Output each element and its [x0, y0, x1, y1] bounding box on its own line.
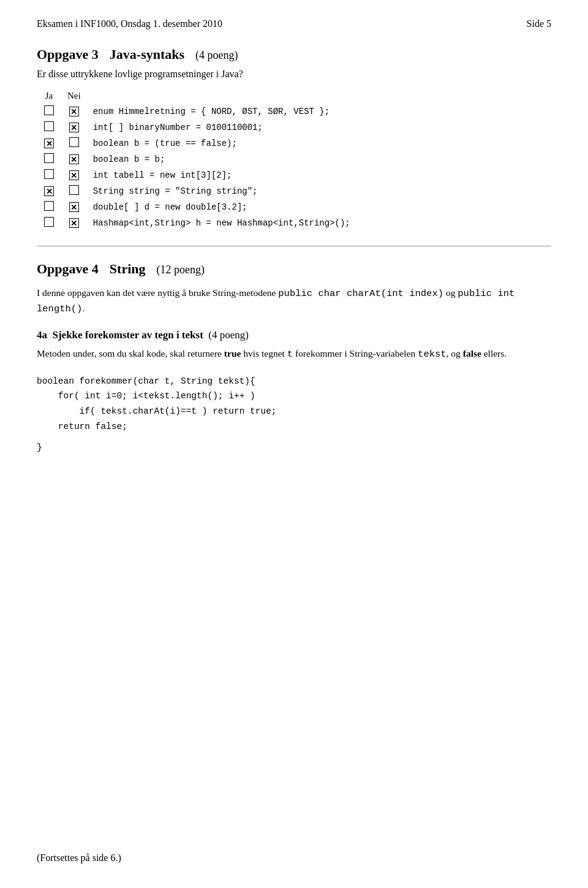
footer: (Fortsettes på side 6.)	[37, 852, 121, 863]
code-cell: int[ ] binaryNumber = 0100110001;	[87, 120, 356, 135]
table-row: ✕enum Himmelretning = { NORD, ØST, SØR, …	[37, 104, 356, 120]
code-cell: boolean b = (true == false);	[87, 135, 356, 151]
checkbox-x: ✕	[69, 218, 79, 228]
code-cell: boolean b = b;	[87, 151, 356, 167]
col-nei: Nei	[61, 91, 87, 104]
sub4a-desc-part5: ellers.	[481, 348, 507, 359]
table-row: ✕boolean b = b;	[37, 151, 356, 167]
checkbox-empty	[44, 201, 54, 211]
table-row: ✕Hashmap<int,String> h = new Hashmap<int…	[37, 215, 356, 231]
sub4a-desc-code2: tekst	[418, 349, 447, 360]
oppgave4-intro-part3: .	[82, 303, 85, 313]
sub4a-desc-bold2: false	[463, 348, 481, 359]
oppgave4-intro-part1: I denne oppgaven kan det være nyttig å b…	[37, 287, 278, 298]
code-cell: Hashmap<int,String> h = new Hashmap<int,…	[87, 215, 356, 231]
checkbox-empty	[69, 137, 79, 147]
oppgave3-poeng: (4 poeng)	[195, 49, 238, 62]
checkbox-empty	[44, 121, 54, 131]
oppgave4-intro-code1: public char charAt(int index)	[278, 288, 443, 299]
sub4a-desc-part2: hvis tegnet	[241, 348, 287, 359]
header-left: Eksamen i INF1000, Onsdag 1. desember 20…	[37, 18, 222, 29]
sub4a-section: 4a Sjekke forekomster av tegn i tekst (4…	[37, 329, 551, 453]
sub4a-desc-bold1: true	[224, 348, 241, 359]
oppgave4-title: Oppgave 4	[37, 261, 99, 277]
section-divider	[37, 246, 551, 246]
oppgave3-title: Oppgave 3	[37, 47, 99, 63]
checkbox-empty	[44, 105, 54, 115]
oppgave4-section: Oppgave 4 String (12 poeng) I denne oppg…	[37, 261, 551, 453]
checkbox-x: ✕	[69, 123, 79, 132]
table-row: ✕double[ ] d = new double[3.2];	[37, 199, 356, 215]
checkbox-x: ✕	[44, 139, 54, 148]
sub4a-title-text: Sjekke forekomster av tegn i tekst	[53, 329, 203, 341]
checkbox-x: ✕	[69, 154, 79, 164]
oppgave3-section: Oppgave 3 Java-syntaks (4 poeng) Er diss…	[37, 47, 551, 231]
table-row: ✕boolean b = (true == false);	[37, 135, 356, 151]
table-row: ✕String string = "String string";	[37, 183, 356, 199]
footer-text: (Fortsettes på side 6.)	[37, 852, 121, 863]
checkbox-x: ✕	[69, 170, 79, 180]
checkbox-x: ✕	[44, 186, 54, 196]
oppgave3-intro: Er disse uttrykkene lovlige programsetni…	[37, 69, 551, 80]
sub4a-desc-part1: Metoden under, som du skal kode, skal re…	[37, 348, 224, 359]
header-right: Side 5	[527, 18, 551, 29]
checkbox-x: ✕	[69, 202, 79, 212]
sub4a-poeng: (4 poeng)	[208, 329, 249, 341]
code-cell: enum Himmelretning = { NORD, ØST, SØR, V…	[87, 104, 356, 120]
code-cell: double[ ] d = new double[3.2];	[87, 199, 356, 215]
oppgave4-poeng: (12 poeng)	[157, 264, 205, 276]
sub4a-code: boolean forekommer(char t, String tekst)…	[37, 374, 551, 435]
code-cell: int tabell = new int[3][2];	[87, 167, 356, 183]
sub4a-title: 4a Sjekke forekomster av tegn i tekst (4…	[37, 329, 551, 341]
sub4a-desc: Metoden under, som du skal kode, skal re…	[37, 346, 551, 362]
checkbox-empty	[69, 185, 79, 195]
checkbox-empty	[44, 153, 54, 163]
ja-nei-table: Ja Nei ✕enum Himmelretning = { NORD, ØST…	[37, 91, 356, 231]
oppgave3-subtitle: Java-syntaks	[110, 47, 184, 63]
sub4a-desc-code1: t	[287, 349, 293, 360]
col-ja: Ja	[37, 91, 61, 104]
oppgave4-subtitle: String	[110, 261, 146, 277]
table-row: ✕int[ ] binaryNumber = 0100110001;	[37, 120, 356, 135]
sub4a-closing-brace: }	[37, 442, 551, 453]
sub4a-desc-part3: forekommer i String-variabelen	[293, 348, 418, 359]
checkbox-empty	[44, 217, 54, 227]
oppgave4-intro-part2: og	[443, 287, 458, 298]
code-cell: String string = "String string";	[87, 183, 356, 199]
header: Eksamen i INF1000, Onsdag 1. desember 20…	[37, 18, 551, 29]
checkbox-x: ✕	[69, 107, 79, 116]
oppgave4-intro: I denne oppgaven kan det være nyttig å b…	[37, 286, 551, 317]
sub4a-desc-part4: , og	[447, 348, 463, 359]
table-row: ✕int tabell = new int[3][2];	[37, 167, 356, 183]
checkbox-empty	[44, 169, 54, 179]
sub4a-label: 4a	[37, 329, 47, 341]
